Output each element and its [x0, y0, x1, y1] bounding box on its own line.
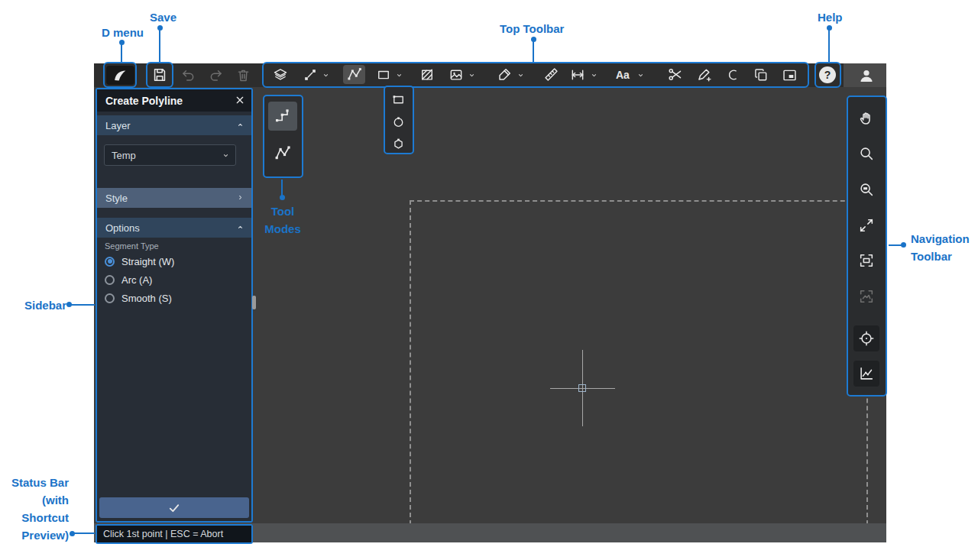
annotation-line: Preview) [0, 526, 69, 544]
checkmark-icon [167, 501, 181, 515]
annotation-line: Status Bar [0, 474, 69, 491]
radio-label: Smooth (S) [121, 293, 172, 304]
callout-line [533, 41, 534, 62]
ortho-polyline-mode-icon[interactable] [274, 107, 292, 125]
style-section-label: Style [97, 193, 128, 204]
image-tool-icon[interactable] [449, 67, 464, 83]
d-logo-icon [112, 67, 128, 84]
circle-shape-icon[interactable] [391, 115, 406, 129]
undo-button[interactable] [180, 67, 196, 83]
radio-unselected-icon [105, 293, 115, 303]
measure-tool-icon[interactable] [543, 66, 559, 83]
pan-icon[interactable] [858, 110, 875, 127]
rectangle-shape-icon[interactable] [391, 92, 406, 107]
confirm-button[interactable] [99, 497, 249, 518]
node-edit-tool-icon[interactable] [696, 66, 712, 83]
radio-smooth[interactable]: Smooth (S) [105, 290, 172, 306]
annotation-line: Tool [255, 202, 310, 220]
polygon-shape-icon[interactable] [391, 137, 406, 151]
annotation-top-toolbar: Top Toolbar [500, 20, 564, 37]
radio-unselected-icon [105, 275, 115, 285]
status-bar: Click 1st point | ESC = Abort [97, 526, 251, 542]
page-boundary-dashed [410, 200, 868, 525]
chevron-up-icon [236, 121, 244, 129]
callout-line [828, 30, 830, 62]
viewport-tool-icon[interactable] [782, 67, 798, 83]
line-tool-chevron-icon[interactable] [322, 71, 330, 79]
style-brush-tool-icon[interactable] [497, 66, 513, 83]
layer-select[interactable]: Temp [104, 144, 236, 166]
callout-line [71, 304, 95, 306]
style-section-header[interactable]: Style [97, 188, 251, 208]
layer-section-label: Layer [97, 120, 131, 131]
sidebar-collapse-handle[interactable] [252, 296, 256, 309]
annotation-sidebar: Sidebar [24, 296, 66, 314]
save-button[interactable] [151, 66, 168, 83]
close-icon[interactable] [234, 94, 246, 106]
rectangle-tool-icon[interactable] [376, 67, 391, 83]
radio-selected-icon [105, 257, 115, 267]
chevron-right-icon [236, 193, 244, 202]
sidebar-header: Create Polyline [97, 89, 251, 112]
trim-tool-icon[interactable] [725, 67, 740, 83]
polyline-tool-icon[interactable] [346, 66, 363, 83]
annotation-line: Navigation [911, 230, 970, 248]
annotation-help: Help [818, 8, 843, 26]
zoom-frame-icon[interactable] [858, 252, 875, 269]
freeform-polyline-mode-icon[interactable] [274, 144, 292, 162]
callout-dot [280, 195, 285, 200]
copy-tool-icon[interactable] [753, 67, 769, 83]
hatch-tool-icon[interactable] [419, 67, 435, 83]
text-tool-button[interactable]: Aa [616, 69, 630, 81]
dimension-tool-icon[interactable] [570, 67, 585, 83]
screenshot-root: Aa ? Create Polyline Layer Temp [0, 0, 978, 560]
layer-section-header[interactable]: Layer [97, 115, 251, 135]
levels-icon[interactable] [858, 365, 875, 382]
radio-label: Arc (A) [121, 274, 152, 286]
callout-line [121, 44, 122, 62]
image-fit-icon [858, 288, 875, 305]
user-account-icon[interactable] [857, 66, 876, 85]
d-menu-button[interactable] [106, 66, 134, 85]
delete-button[interactable] [235, 67, 251, 83]
crosshair-pickbox [578, 384, 586, 392]
annotation-save: Save [150, 8, 176, 26]
annotation-d-menu: D menu [102, 24, 144, 41]
annotation-line: Shortcut [0, 509, 69, 526]
style-brush-chevron-icon[interactable] [517, 71, 525, 79]
create-polyline-sidebar: Create Polyline Layer Temp Style Options… [97, 89, 251, 521]
options-section-label: Options [97, 222, 140, 234]
callout-dot [901, 242, 906, 248]
fit-view-icon[interactable] [858, 217, 875, 234]
layers-tool-icon[interactable] [273, 67, 288, 83]
annotation-status-bar: Status Bar (with Shortcut Preview) [0, 474, 69, 544]
annotation-navigation-toolbar: Navigation Toolbar [911, 230, 970, 265]
annotation-line: (with [0, 491, 69, 509]
redo-button[interactable] [208, 67, 224, 83]
cut-tool-icon[interactable] [667, 66, 683, 83]
rectangle-tool-chevron-icon[interactable] [395, 71, 403, 79]
radio-arc[interactable]: Arc (A) [105, 271, 152, 288]
text-tool-chevron-icon[interactable] [636, 71, 645, 79]
dimension-tool-chevron-icon[interactable] [590, 71, 598, 79]
orbit-icon[interactable] [858, 330, 875, 347]
annotation-line: Toolbar [911, 248, 970, 265]
image-tool-chevron-icon[interactable] [468, 71, 476, 79]
chevron-down-icon [222, 151, 230, 160]
callout-line [74, 532, 95, 534]
radio-label: Straight (W) [121, 256, 174, 267]
sidebar-title: Create Polyline [97, 95, 183, 107]
callout-line [281, 180, 283, 196]
segment-type-label: Segment Type [105, 241, 159, 251]
help-button[interactable]: ? [819, 66, 836, 83]
annotation-tool-modes: Tool Modes [255, 202, 310, 238]
callout-line [159, 30, 160, 62]
line-tool-icon[interactable] [303, 67, 318, 83]
chevron-up-icon [236, 223, 244, 231]
radio-straight[interactable]: Straight (W) [105, 253, 174, 270]
zoom-window-icon[interactable] [858, 181, 875, 198]
layer-select-value: Temp [105, 150, 136, 161]
annotation-line: Modes [255, 220, 310, 238]
zoom-icon[interactable] [858, 145, 875, 162]
options-section-header[interactable]: Options [97, 218, 251, 238]
